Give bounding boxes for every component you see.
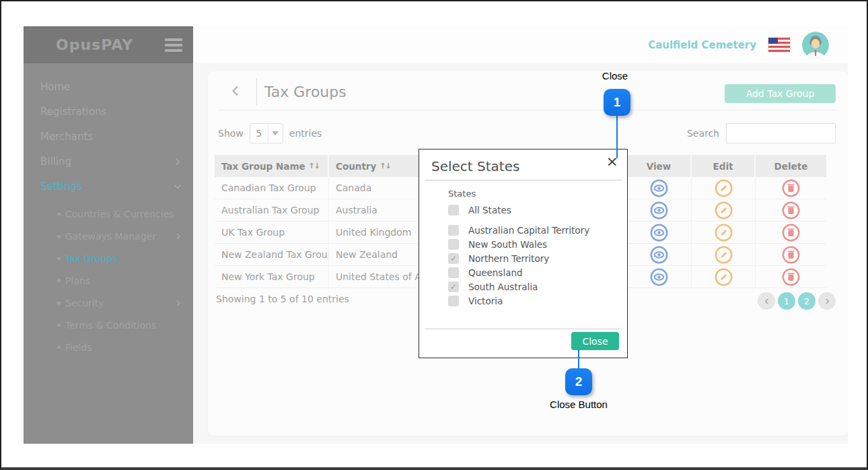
sidebar-item-label: Registrations <box>40 106 106 118</box>
chevron-right-icon <box>174 299 182 307</box>
cell-tax-group-name: New Zealand Tax Group <box>215 244 329 265</box>
chevron-right-icon <box>173 157 182 166</box>
sidebar-item-registrations[interactable]: Registrations <box>24 99 193 124</box>
pagination: 1 2 <box>758 292 836 310</box>
submenu-item-gateways-manager[interactable]: Gateways Manager <box>24 225 193 247</box>
state-option-label: Victoria <box>468 296 503 306</box>
checkbox[interactable] <box>448 205 459 215</box>
checkbox[interactable] <box>448 267 459 278</box>
submenu-item-tax-groups[interactable]: Tax Groups <box>24 247 193 269</box>
page-size-value: 5 <box>250 124 268 143</box>
sidebar-item-label: Billing <box>40 156 71 168</box>
view-eye-icon[interactable] <box>650 246 668 264</box>
title-divider <box>256 78 257 105</box>
cell-tax-group-name: Australian Tax Group <box>215 199 329 221</box>
submenu-item-label: Gateways Manager <box>65 231 156 242</box>
delete-trash-icon[interactable] <box>782 268 800 286</box>
sidebar-item-label: Home <box>40 81 70 93</box>
submenu-item-terms-conditions[interactable]: Terms & Conditions <box>24 314 193 336</box>
column-header-delete: Delete <box>756 155 826 177</box>
brand-logo: OpusPAY <box>56 36 133 53</box>
annotation-marker-1: 1 <box>604 89 630 116</box>
modal-body: States All States Australian Capital Ter… <box>448 189 616 308</box>
modal-title: Select States <box>431 158 519 174</box>
state-option-label: All States <box>468 205 511 215</box>
sidebar-item-label: Settings <box>40 180 82 193</box>
annotation-label-close: Close <box>588 70 642 81</box>
pagination-page-2[interactable]: 2 <box>798 292 816 310</box>
pagination-next-icon[interactable] <box>818 292 836 310</box>
sidebar-item-billing[interactable]: Billing <box>24 149 193 174</box>
settings-submenu: Countries & Currencies Gateways Manager … <box>24 199 193 358</box>
page-size-select[interactable]: 5 <box>250 123 283 143</box>
state-option-label: Northern Territory <box>468 253 549 264</box>
search-input[interactable] <box>726 123 836 143</box>
column-header-name[interactable]: Tax Group Name↑↓ <box>215 155 329 177</box>
view-eye-icon[interactable] <box>650 179 668 197</box>
edit-pencil-icon[interactable] <box>715 179 733 197</box>
state-option: All States <box>448 203 616 217</box>
page-size-control: Show 5 entries <box>218 123 322 143</box>
back-icon[interactable] <box>227 82 244 100</box>
delete-trash-icon[interactable] <box>782 201 800 220</box>
top-bar: Caulfield Cemetery <box>193 26 848 63</box>
edit-pencil-icon[interactable] <box>715 268 733 286</box>
state-option: South Australia <box>448 279 616 294</box>
hamburger-icon[interactable] <box>165 38 182 52</box>
submenu-item-label: Plans <box>65 275 90 286</box>
modal-footer-divider <box>425 329 622 329</box>
view-eye-icon[interactable] <box>650 224 668 242</box>
annotation-label-close-button: Close Button <box>532 399 626 410</box>
avatar[interactable] <box>802 32 829 59</box>
modal-divider <box>425 180 622 180</box>
add-tax-group-button[interactable]: Add Tax Group <box>725 84 836 103</box>
sidebar: OpusPAY Home Registrations Merchants Bil… <box>24 26 193 444</box>
annotation-line-2 <box>578 349 579 368</box>
sidebar-item-label: Merchants <box>40 131 93 143</box>
annotation-line-1 <box>616 116 618 158</box>
state-option: Victoria <box>448 294 616 308</box>
us-flag-icon[interactable] <box>768 38 790 52</box>
state-option-label: South Australia <box>468 281 538 292</box>
checkbox[interactable] <box>448 225 459 236</box>
submenu-item-fields[interactable]: Fields <box>24 336 193 358</box>
view-eye-icon[interactable] <box>650 201 668 220</box>
column-label: Country <box>336 161 376 172</box>
submenu-item-countries-currencies[interactable]: Countries & Currencies <box>24 203 193 225</box>
chevron-down-icon <box>173 182 182 191</box>
page-title: Tax Groups <box>264 83 347 100</box>
cell-tax-group-name: UK Tax Group <box>215 222 329 243</box>
state-option: Queensland <box>448 265 616 279</box>
column-header-edit: Edit <box>692 155 756 177</box>
state-option-label: Australian Capital Territory <box>468 225 589 236</box>
delete-trash-icon[interactable] <box>782 224 800 242</box>
show-label: Show <box>218 128 244 139</box>
account-name[interactable]: Caulfield Cemetery <box>648 39 756 51</box>
sidebar-item-settings[interactable]: Settings <box>24 174 193 199</box>
edit-pencil-icon[interactable] <box>715 201 733 220</box>
edit-pencil-icon[interactable] <box>715 224 733 242</box>
delete-trash-icon[interactable] <box>782 179 800 197</box>
search-control: Search <box>687 123 836 143</box>
checkbox[interactable] <box>448 296 459 306</box>
state-option-label: Queensland <box>468 267 523 278</box>
entries-label: entries <box>289 128 322 139</box>
submenu-item-security[interactable]: Security <box>24 292 193 314</box>
edit-pencil-icon[interactable] <box>715 246 733 264</box>
sidebar-item-merchants[interactable]: Merchants <box>24 124 193 149</box>
states-field-label: States <box>448 189 616 199</box>
modal-close-button[interactable]: Close <box>571 332 619 350</box>
sidebar-item-home[interactable]: Home <box>24 74 193 99</box>
checkbox[interactable] <box>448 239 459 250</box>
sidebar-nav: Home Registrations Merchants Billing Set… <box>24 63 193 358</box>
view-eye-icon[interactable] <box>650 268 668 286</box>
pagination-prev-icon[interactable] <box>758 292 775 310</box>
checkbox[interactable] <box>448 253 459 264</box>
pagination-page-1[interactable]: 1 <box>778 292 795 310</box>
sidebar-header: OpusPAY <box>24 26 193 63</box>
checkbox[interactable] <box>448 281 459 292</box>
submenu-item-plans[interactable]: Plans <box>24 269 193 292</box>
delete-trash-icon[interactable] <box>782 246 800 264</box>
cell-tax-group-name: New York Tax Group <box>215 266 329 288</box>
header-divider <box>218 110 838 110</box>
